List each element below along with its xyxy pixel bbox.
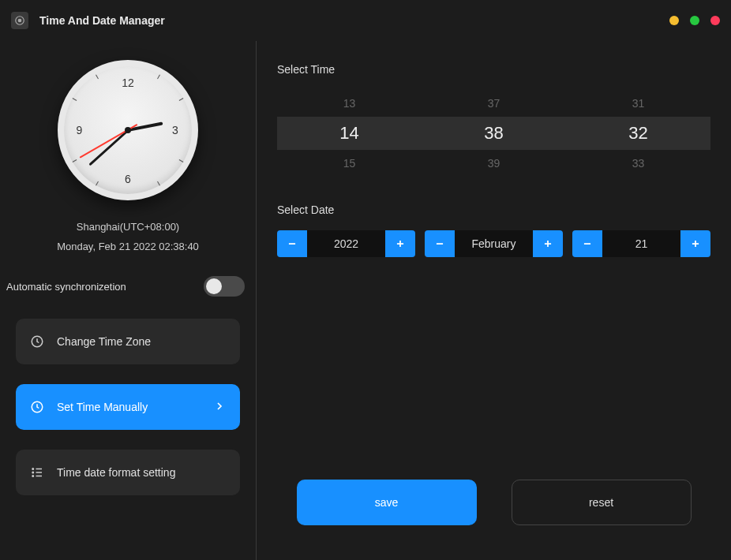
sidebar: 12 3 6 9 Shangha <box>0 41 257 560</box>
clock-num-3: 3 <box>172 124 178 136</box>
second-next[interactable]: 33 <box>566 150 710 177</box>
timezone-label: Shanghai(UTC+08:00) <box>77 221 179 233</box>
svg-point-5 <box>32 472 34 473</box>
titlebar: Time And Date Manager <box>0 0 731 41</box>
change-timezone-button[interactable]: Change Time Zone <box>16 319 240 364</box>
analog-clock: 12 3 6 9 <box>58 60 198 200</box>
day-stepper: 21 <box>572 230 710 257</box>
day-value: 21 <box>602 230 680 257</box>
date-steppers: 2022 February 21 <box>277 230 710 257</box>
set-time-manually-label: Set Time Manually <box>57 401 148 413</box>
reset-button[interactable]: reset <box>512 480 692 525</box>
save-button[interactable]: save <box>297 480 477 525</box>
hour-next[interactable]: 15 <box>277 150 422 177</box>
save-label: save <box>375 496 399 509</box>
time-format-label: Time date format setting <box>57 466 175 479</box>
year-stepper: 2022 <box>277 230 415 257</box>
month-decrement-button[interactable] <box>425 230 455 257</box>
month-value: February <box>455 230 533 257</box>
minute-next[interactable]: 39 <box>422 150 566 177</box>
svg-point-6 <box>32 476 34 477</box>
second-current[interactable]: 32 <box>566 123 710 144</box>
change-timezone-label: Change Time Zone <box>57 335 151 348</box>
sync-toggle[interactable] <box>204 276 245 297</box>
time-wheel-selected-row: 14 38 32 <box>277 117 710 150</box>
clock-num-9: 9 <box>77 124 83 136</box>
clock-num-12: 12 <box>122 77 134 89</box>
app-title: Time And Date Manager <box>39 14 165 27</box>
sync-row: Automatic synchronizetion <box>6 276 245 297</box>
set-time-manually-button[interactable]: Set Time Manually <box>16 384 240 430</box>
year-increment-button[interactable] <box>385 230 415 257</box>
minute-prev[interactable]: 37 <box>422 90 566 117</box>
reset-label: reset <box>589 496 613 509</box>
month-stepper: February <box>425 230 563 257</box>
minute-current[interactable]: 38 <box>422 123 566 144</box>
clock-second-hand <box>80 129 128 158</box>
svg-point-1 <box>18 19 21 22</box>
year-decrement-button[interactable] <box>277 230 307 257</box>
content: 12 3 6 9 Shangha <box>0 41 731 560</box>
close-button[interactable] <box>710 16 720 25</box>
hour-current[interactable]: 14 <box>277 123 422 144</box>
month-increment-button[interactable] <box>533 230 563 257</box>
time-format-button[interactable]: Time date format setting <box>16 450 240 495</box>
clock-container: 12 3 6 9 Shangha <box>11 60 245 252</box>
maximize-button[interactable] <box>690 16 699 25</box>
list-icon <box>30 465 44 480</box>
clock-outline-icon <box>30 334 44 349</box>
day-decrement-button[interactable] <box>572 230 602 257</box>
year-value: 2022 <box>307 230 385 257</box>
clock-num-6: 6 <box>125 173 131 185</box>
day-increment-button[interactable] <box>680 230 710 257</box>
main-panel: Select Time 13 37 31 14 38 32 15 39 33 S… <box>257 41 731 560</box>
minimize-button[interactable] <box>669 16 679 25</box>
time-wheel[interactable]: 13 37 31 14 38 32 15 39 33 <box>277 90 710 177</box>
chevron-right-icon <box>213 400 226 415</box>
app-icon <box>11 12 28 29</box>
clock-icon <box>30 400 44 414</box>
titlebar-left: Time And Date Manager <box>11 12 165 29</box>
select-date-title: Select Date <box>277 203 710 216</box>
sync-label: Automatic synchronizetion <box>6 281 126 293</box>
select-time-title: Select Time <box>277 63 710 76</box>
footer-buttons: save reset <box>277 480 710 539</box>
datetime-label: Monday, Feb 21 2022 02:38:40 <box>57 241 199 252</box>
toggle-thumb <box>206 278 222 294</box>
window-controls <box>669 16 720 25</box>
hour-prev[interactable]: 13 <box>277 90 422 117</box>
second-prev[interactable]: 31 <box>566 90 710 117</box>
svg-point-4 <box>32 469 34 470</box>
